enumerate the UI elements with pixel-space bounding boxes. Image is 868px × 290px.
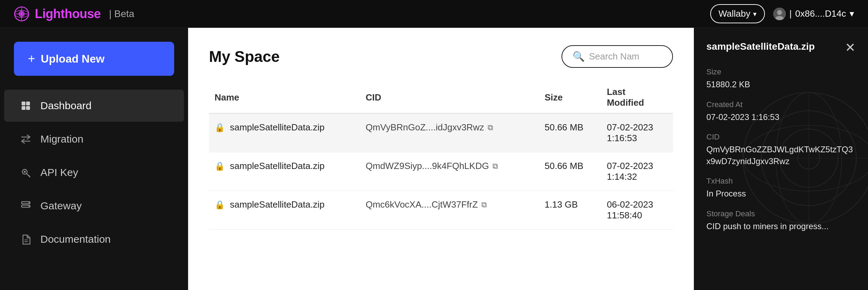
network-chevron-icon: ▾ [753, 10, 757, 18]
svg-rect-9 [26, 102, 30, 105]
search-icon: 🔍 [573, 51, 585, 62]
right-panel: sampleSatelliteData.zip ✕ Size 51880.2 K… [694, 28, 868, 290]
cid-short: QmVyBRnGoZ....idJgxv3Rwz [366, 122, 484, 133]
sidebar-label-migration: Migration [40, 133, 83, 145]
svg-point-6 [777, 10, 782, 15]
cid-short: Qmc6kVocXA....CjtW37FfrZ [366, 199, 478, 210]
cid-value: QmVyBRnGoZZBJWLgdKTwKZ5tzTQ3x9wD7zynidJg… [706, 144, 855, 167]
sidebar-label-gateway: Gateway [40, 200, 82, 212]
gateway-icon [20, 200, 32, 212]
cid-cell: QmdWZ9Siyp....9k4FQhLKDG ⧉ [360, 152, 539, 191]
wallet-address: 0x86....D14c [795, 8, 846, 19]
panel-header: sampleSatelliteData.zip ✕ [706, 40, 855, 55]
main-content: My Space 🔍 Search Nam Name CID Size Last… [188, 28, 694, 290]
file-name-cell: 🔒 sampleSatelliteData.zip [209, 152, 360, 191]
date-cell: 07-02-20231:14:32 [601, 152, 673, 191]
logo-icon [14, 6, 29, 22]
size-cell: 50.66 MB [539, 152, 601, 191]
txhash-value: In Process [706, 188, 855, 200]
documentation-icon [20, 233, 32, 245]
storage-deals-label: Storage Deals [706, 209, 855, 218]
date-cell: 06-02-202311:58:40 [601, 191, 673, 229]
col-last-modified: LastModified [601, 82, 673, 113]
copy-icon[interactable]: ⧉ [493, 162, 498, 171]
header-right: Wallaby ▾ | 0x86....D14c ▾ [710, 4, 854, 23]
file-name-cell: 🔒 sampleSatelliteData.zip [209, 191, 360, 229]
sidebar-label-apikey: API Key [40, 167, 78, 178]
file-table: Name CID Size LastModified 🔒 sampleSatel… [209, 82, 673, 229]
file-name-cell: 🔒 sampleSatelliteData.zip [209, 113, 360, 152]
wallet-info[interactable]: | 0x86....D14c ▾ [773, 8, 854, 20]
plus-icon: + [28, 51, 35, 66]
sidebar-item-apikey[interactable]: API Key [4, 156, 184, 188]
beta-label: | Beta [109, 8, 134, 19]
sidebar: + Upload New Dashboard [0, 28, 188, 290]
svg-point-17 [29, 206, 30, 207]
col-size: Size [539, 82, 601, 113]
svg-rect-10 [22, 106, 25, 110]
cid-cell: QmVyBRnGoZ....idJgxv3Rwz ⧉ [360, 113, 539, 152]
wallet-separator: | [789, 8, 792, 19]
sidebar-label-documentation: Documentation [40, 233, 111, 245]
table-row[interactable]: 🔒 sampleSatelliteData.zip Qmc6kVocXA....… [209, 191, 673, 229]
txhash-label: TxHash [706, 177, 855, 186]
detail-size: Size 51880.2 KB [706, 67, 855, 90]
col-cid: CID [360, 82, 539, 113]
date-cell: 07-02-20231:16:53 [601, 113, 673, 152]
panel-filename: sampleSatelliteData.zip [706, 40, 815, 53]
sidebar-item-gateway[interactable]: Gateway [4, 190, 184, 222]
svg-rect-8 [22, 102, 25, 105]
lock-icon: 🔒 [215, 200, 225, 210]
dashboard-icon [20, 99, 32, 112]
main-layout: + Upload New Dashboard [0, 28, 868, 290]
size-cell: 1.13 GB [539, 191, 601, 229]
size-value: 51880.2 KB [706, 79, 855, 90]
my-space-header: My Space 🔍 Search Nam [209, 45, 673, 68]
file-name: sampleSatelliteData.zip [230, 122, 325, 133]
sidebar-item-migration[interactable]: Migration [4, 123, 184, 155]
app-header: Lighthouse | Beta Wallaby ▾ | 0x86....D1… [0, 0, 868, 28]
copy-icon[interactable]: ⧉ [481, 200, 487, 209]
size-label: Size [706, 67, 855, 76]
app-title: Lighthouse [35, 7, 101, 21]
file-name: sampleSatelliteData.zip [230, 161, 325, 171]
col-name: Name [209, 82, 360, 113]
created-at-label: Created At [706, 100, 855, 109]
page-title: My Space [209, 48, 280, 65]
wallet-avatar [773, 8, 786, 20]
copy-icon[interactable]: ⧉ [488, 123, 493, 132]
table-row[interactable]: 🔒 sampleSatelliteData.zip QmVyBRnGoZ....… [209, 113, 673, 152]
svg-point-16 [29, 202, 30, 203]
search-placeholder: Search Nam [589, 51, 640, 62]
apikey-icon [20, 166, 32, 179]
cid-label: CID [706, 132, 855, 142]
svg-rect-11 [26, 106, 30, 110]
table-row[interactable]: 🔒 sampleSatelliteData.zip QmdWZ9Siyp....… [209, 152, 673, 191]
sidebar-label-dashboard: Dashboard [40, 100, 92, 112]
detail-storage-deals: Storage Deals CID push to miners in prog… [706, 209, 855, 232]
cid-cell: Qmc6kVocXA....CjtW37FfrZ ⧉ [360, 191, 539, 229]
lock-icon: 🔒 [215, 123, 225, 132]
migration-icon [20, 133, 32, 145]
lock-icon: 🔒 [215, 161, 225, 171]
network-label: Wallaby [719, 8, 751, 19]
detail-txhash: TxHash In Process [706, 177, 855, 200]
detail-created-at: Created At 07-02-2023 1:16:53 [706, 100, 855, 123]
cid-short: QmdWZ9Siyp....9k4FQhLKDG [366, 161, 489, 171]
storage-deals-value: CID push to miners in progress... [706, 220, 855, 232]
created-at-value: 07-02-2023 1:16:53 [706, 111, 855, 123]
wallet-chevron-icon: ▾ [850, 8, 854, 19]
upload-new-button[interactable]: + Upload New [14, 42, 174, 76]
close-button[interactable]: ✕ [845, 40, 855, 55]
sidebar-item-dashboard[interactable]: Dashboard [4, 90, 184, 122]
file-name: sampleSatelliteData.zip [230, 199, 325, 210]
sidebar-nav: Dashboard Migration [0, 90, 188, 255]
upload-button-label: Upload New [41, 53, 104, 65]
sidebar-item-documentation[interactable]: Documentation [4, 223, 184, 255]
header-left: Lighthouse | Beta [14, 6, 134, 22]
search-box[interactable]: 🔍 Search Nam [561, 45, 673, 68]
network-selector[interactable]: Wallaby ▾ [710, 4, 765, 23]
size-cell: 50.66 MB [539, 113, 601, 152]
svg-point-13 [24, 171, 26, 173]
detail-cid: CID QmVyBRnGoZZBJWLgdKTwKZ5tzTQ3x9wD7zyn… [706, 132, 855, 167]
